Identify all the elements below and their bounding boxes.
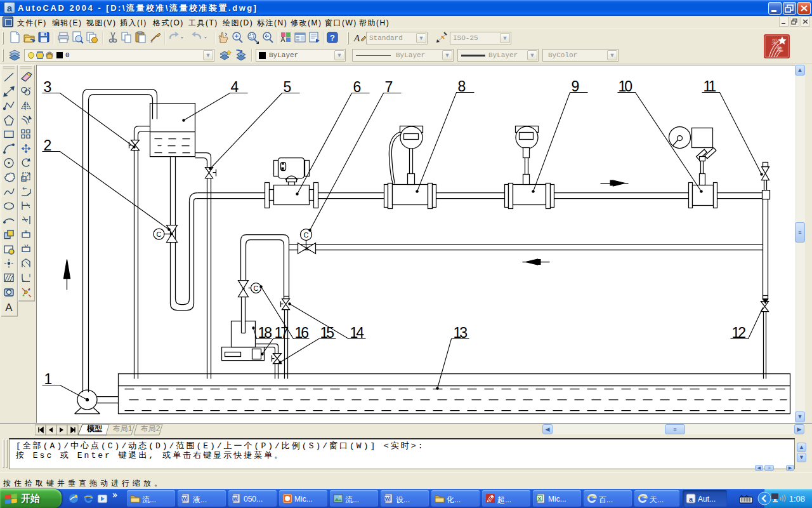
svg-text:3: 3 <box>44 79 52 95</box>
svg-text:16: 16 <box>295 324 309 341</box>
svg-text:17: 17 <box>275 324 289 341</box>
svg-text:W: W <box>385 496 390 502</box>
svg-text:5: 5 <box>284 79 292 95</box>
svg-text:7: 7 <box>385 79 393 95</box>
svg-text:A: A <box>5 302 13 314</box>
svg-text:9: 9 <box>572 78 580 95</box>
svg-text:X: X <box>538 496 542 502</box>
svg-text:A: A <box>353 33 360 43</box>
svg-text:14: 14 <box>350 324 365 341</box>
svg-text:C: C <box>157 231 162 238</box>
svg-text:10: 10 <box>619 78 632 95</box>
svg-text:集: 集 <box>776 45 783 53</box>
svg-text:1: 1 <box>44 371 53 387</box>
svg-text:a: a <box>689 495 693 503</box>
svg-text:C: C <box>254 284 259 292</box>
svg-text:18: 18 <box>258 324 272 341</box>
svg-text:4: 4 <box>231 79 239 95</box>
svg-text:8: 8 <box>458 78 466 95</box>
svg-text:11: 11 <box>704 78 716 95</box>
svg-text:W: W <box>233 496 238 502</box>
svg-text:12: 12 <box>732 324 746 341</box>
svg-text:2: 2 <box>44 137 52 154</box>
svg-text:6: 6 <box>353 79 362 95</box>
svg-text:13: 13 <box>454 324 468 341</box>
svg-text:?: ? <box>330 33 335 43</box>
svg-text:C: C <box>304 231 309 239</box>
svg-text:15: 15 <box>320 324 334 341</box>
svg-text:W: W <box>182 496 187 502</box>
